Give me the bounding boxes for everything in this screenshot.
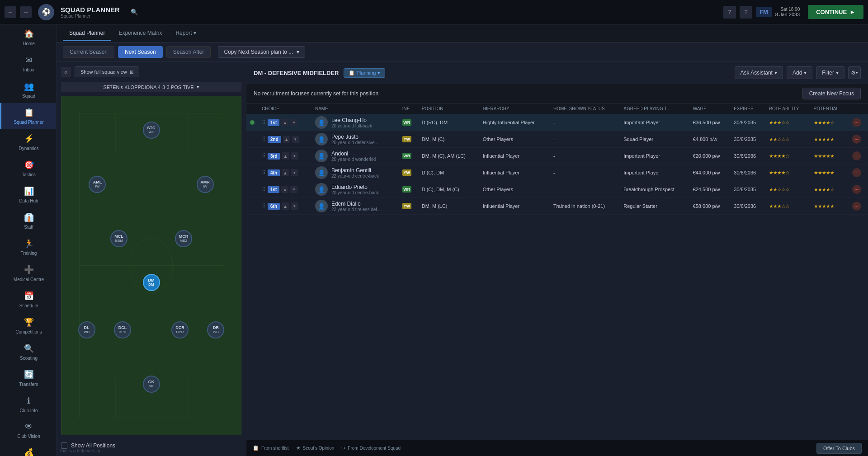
choice-up-button[interactable]: ▲ (282, 169, 289, 176)
position-dm[interactable]: DM DM (143, 274, 160, 291)
show-all-positions-checkbox[interactable] (61, 442, 67, 449)
sidebar-item-training[interactable]: 🏃 Training (0, 234, 56, 260)
planning-badge[interactable]: 📋 Planning ▾ (344, 68, 386, 78)
row-potential-cell: ★★★★★ (810, 165, 849, 181)
drag-handle-icon[interactable]: ⠿ (262, 119, 266, 126)
choice-up-button[interactable]: ▲ (281, 119, 288, 126)
tab-squad-planner[interactable]: Squad Planner (63, 26, 111, 41)
sidebar-item-finances[interactable]: 💰 Finances (0, 443, 56, 456)
show-full-squad-button[interactable]: Show full squad view ⊞ (75, 66, 139, 77)
col-name[interactable]: NAME (311, 103, 399, 114)
choice-dropdown-button[interactable]: ▾ (291, 152, 298, 160)
copy-dropdown-button[interactable]: Copy Next Season plan to ... ▾ (218, 46, 305, 58)
tab-experience-matrix[interactable]: Experience Matrix (112, 26, 168, 41)
table-row[interactable]: ⠿ 2nd ▲ ▾ 👤 Pepe Justo 20 year-old defen… (246, 131, 868, 148)
club-info-icon: ℹ (27, 396, 30, 406)
choice-dropdown-button[interactable]: ▾ (291, 169, 298, 176)
sidebar-item-dynamics[interactable]: ⚡ Dynamics (0, 129, 56, 155)
create-focus-button[interactable]: Create New Focus (802, 88, 861, 99)
choice-dropdown-button[interactable]: ▾ (290, 119, 297, 126)
remove-button[interactable]: − (852, 185, 861, 194)
drag-handle-icon[interactable]: ⠿ (262, 186, 266, 193)
col-wage[interactable]: WAGE (689, 103, 731, 114)
player-name[interactable]: Lee Chang-Ho (331, 117, 372, 123)
forward-button[interactable]: → (20, 6, 32, 18)
table-row[interactable]: ⠿ 6th ▲ ▾ 👤 Edem Diallo 22 year-old tire… (246, 198, 868, 215)
remove-button[interactable]: − (852, 151, 861, 160)
table-row[interactable]: ⠿ 1st ▲ ▾ 👤 Lee Chang-Ho 20 year-old ful… (246, 114, 868, 131)
position-mcl[interactable]: MCL BBM (110, 230, 127, 247)
sidebar-item-transfers[interactable]: 🔄 Transfers (0, 365, 56, 391)
back-button[interactable]: ← (5, 6, 16, 18)
sidebar-item-medical[interactable]: ➕ Medical Centre (0, 260, 56, 287)
sidebar-item-staff[interactable]: 👔 Staff (0, 208, 56, 234)
position-dl[interactable]: DL WB (78, 321, 95, 338)
sidebar-item-competitions[interactable]: 🏆 Competitions (0, 313, 56, 339)
position-mcr[interactable]: MCR MEZ (175, 230, 192, 247)
col-choice[interactable]: CHOICE (258, 103, 311, 114)
choice-up-button[interactable]: ▲ (281, 186, 288, 193)
ask-assistant-button[interactable]: Ask Assistant ▾ (735, 66, 783, 79)
subtab-season-after[interactable]: Season After (166, 46, 211, 58)
position-dcr[interactable]: DCR BPD (171, 321, 189, 338)
col-homegrown[interactable]: HOME-GROWN STATUS (550, 103, 620, 114)
settings-button[interactable]: ⚙ ▾ (848, 66, 861, 79)
table-row[interactable]: ⠿ 1st ▲ ▾ 👤 Eduardo Prieto 20 year-old c… (246, 181, 868, 198)
player-name[interactable]: Benjamín Gentili (331, 167, 379, 174)
formation-name-bar[interactable]: SE7EN's KLOPPDIONA 4-3-3 POSITIVE ▾ (61, 82, 241, 92)
subtab-next-season[interactable]: Next Season (118, 46, 163, 58)
sidebar-item-club-info[interactable]: ℹ Club Info (0, 391, 56, 418)
col-agreed[interactable]: AGREED PLAYING T... (620, 103, 689, 114)
remove-button[interactable]: − (852, 118, 861, 127)
sidebar-item-data-hub[interactable]: 📊 Data Hub (0, 182, 56, 208)
col-role[interactable]: ROLE ABILITY (765, 103, 810, 114)
sidebar-item-scouting[interactable]: 🔍 Scouting (0, 339, 56, 365)
drag-handle-icon[interactable]: ⠿ (262, 136, 266, 142)
col-expires[interactable]: EXPIRES (730, 103, 765, 114)
player-name[interactable]: Pepe Justo (331, 134, 378, 140)
add-button[interactable]: Add ▾ (787, 66, 812, 79)
table-row[interactable]: ⠿ 4th ▲ ▾ 👤 Benjamín Gentili 22 year-old… (246, 165, 868, 181)
sidebar-item-club-vision[interactable]: 👁 Club Vision (0, 418, 56, 443)
position-amr[interactable]: AMR IW (197, 176, 214, 193)
player-name[interactable]: Andoni (331, 150, 376, 157)
collapse-button[interactable]: « (61, 67, 71, 77)
info-icon[interactable]: ? (740, 6, 752, 19)
sidebar-item-home[interactable]: 🏠 Home (0, 24, 56, 51)
subtab-current-season[interactable]: Current Season (63, 46, 114, 58)
player-name[interactable]: Edem Diallo (331, 201, 381, 207)
sidebar-item-inbox[interactable]: ✉ Inbox (0, 51, 56, 77)
remove-button[interactable]: − (852, 202, 861, 211)
choice-up-button[interactable]: ▲ (283, 136, 290, 143)
player-name[interactable]: Eduardo Prieto (331, 184, 379, 190)
choice-dropdown-button[interactable]: ▾ (292, 136, 299, 143)
choice-up-button[interactable]: ▲ (282, 152, 289, 160)
sidebar-item-squad[interactable]: 👥 Squad (0, 77, 56, 103)
drag-handle-icon[interactable]: ⠿ (262, 169, 266, 176)
sidebar-item-schedule[interactable]: 📅 Schedule (0, 287, 56, 313)
table-row[interactable]: ⠿ 3rd ▲ ▾ 👤 Andoni 20 year-old wonderkid… (246, 148, 868, 165)
tab-report[interactable]: Report ▾ (169, 26, 202, 41)
col-hierarchy[interactable]: HIERARCHY (479, 103, 550, 114)
choice-up-button[interactable]: ▲ (282, 202, 289, 210)
col-inf[interactable]: INF (399, 103, 418, 114)
position-dcl[interactable]: DCL BPD (114, 321, 131, 338)
position-dr[interactable]: DR WB (207, 321, 224, 338)
remove-button[interactable]: − (852, 135, 861, 144)
position-gk[interactable]: GK SK (143, 376, 160, 393)
choice-dropdown-button[interactable]: ▾ (290, 186, 297, 193)
col-position[interactable]: POSITION (418, 103, 479, 114)
drag-handle-icon[interactable]: ⠿ (262, 203, 266, 209)
col-potential[interactable]: POTENTIAL (810, 103, 849, 114)
offer-to-clubs-button[interactable]: Offer To Clubs (816, 443, 862, 454)
drag-handle-icon[interactable]: ⠿ (262, 153, 266, 159)
continue-button[interactable]: CONTINUE ► (808, 5, 863, 19)
position-stc[interactable]: STC AF (143, 122, 160, 139)
remove-button[interactable]: − (852, 168, 861, 177)
filter-button[interactable]: Filter ▾ (816, 66, 844, 79)
choice-dropdown-button[interactable]: ▾ (291, 202, 298, 210)
position-aml[interactable]: AML IW (89, 176, 106, 193)
sidebar-item-squad-planner[interactable]: 📋 Squad Planner (0, 103, 56, 129)
sidebar-item-tactics[interactable]: 🎯 Tactics (0, 155, 56, 182)
help-icon[interactable]: ? (723, 6, 736, 19)
